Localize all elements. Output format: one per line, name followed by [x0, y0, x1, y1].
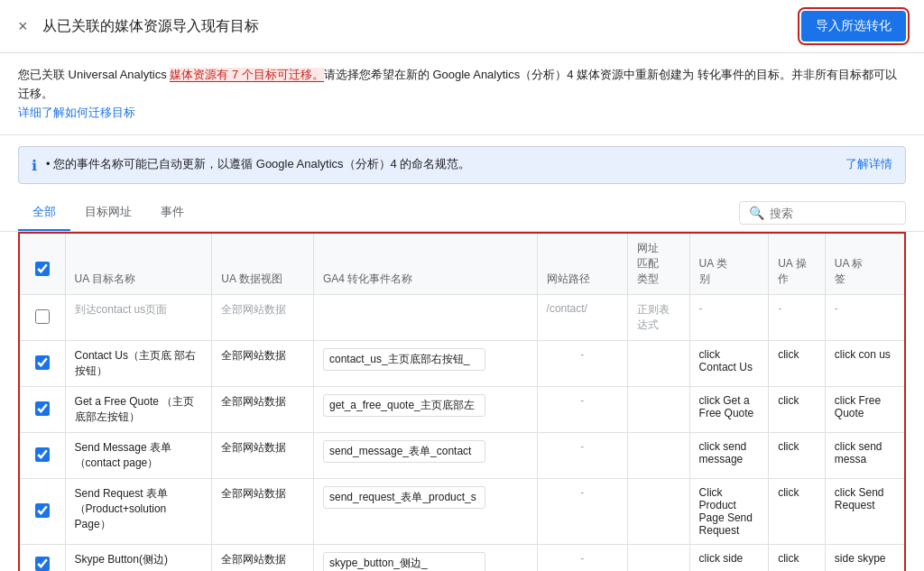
tab-destination[interactable]: 目标网址 — [70, 195, 146, 231]
row-ua-view: 全部网站数据 — [212, 545, 314, 571]
row-path: - — [537, 387, 627, 433]
notice-learn-link[interactable]: 了解详情 — [845, 156, 892, 172]
row-checkbox[interactable] — [35, 557, 50, 571]
row-path: - — [537, 341, 627, 387]
tabs-area: 全部 目标网址 事件 🔍 — [0, 195, 924, 232]
row-ua-view: 全部网站数据 — [212, 341, 314, 387]
row-ua-view: 全部网站数据 — [212, 387, 314, 433]
row-match-type — [627, 433, 689, 479]
notice-content: ℹ • 您的事件名称可能已自动更新，以遵循 Google Analytics（分… — [32, 156, 470, 174]
row-match-type — [627, 545, 689, 571]
row-checkbox-cell[interactable] — [20, 545, 65, 571]
row-path: - — [537, 433, 627, 479]
row-ua-action: click — [769, 387, 826, 433]
row-path: - — [537, 545, 627, 571]
row-ua-action: click — [769, 433, 826, 479]
goals-table: UA 目标名称 UA 数据视图 GA4 转化事件名称 网站路径 网址 匹配 类型… — [20, 234, 904, 571]
row-checkbox-cell[interactable] — [20, 341, 65, 387]
header-ua-category: UA 类 别 — [689, 234, 769, 295]
row-path: - — [537, 479, 627, 545]
row-checkbox-cell[interactable] — [20, 295, 65, 341]
row-match-type: 正则表 达式 — [627, 295, 689, 341]
row-ua-category: Click Product Page Send Request — [689, 479, 769, 545]
select-all-checkbox[interactable] — [35, 262, 50, 276]
header-ga4-name: GA4 转化事件名称 — [313, 234, 537, 295]
table-row: Skype Button(侧边) 全部网站数据 skype_button_侧边_… — [20, 545, 904, 571]
row-ga4-name: skype_button_侧边_ — [313, 545, 537, 571]
header-match-type: 网址 匹配 类型 — [627, 234, 689, 295]
row-ua-view: 全部网站数据 — [212, 479, 314, 545]
header-ua-label: UA 标 签 — [825, 234, 904, 295]
row-match-type — [627, 341, 689, 387]
row-ga4-name: send_message_表单_contact — [313, 433, 537, 479]
info-prefix: 您已关联 Universal Analytics — [18, 68, 170, 81]
row-ua-name: Get a Free Quote （主页底部左按钮） — [65, 387, 212, 433]
row-ua-name: Contact Us（主页底 部右按钮） — [65, 341, 212, 387]
row-path: /contact/ — [537, 295, 627, 341]
search-box: 🔍 — [739, 201, 906, 225]
row-checkbox-cell[interactable] — [20, 479, 65, 545]
ga4-field[interactable]: skype_button_侧边_ — [323, 552, 485, 571]
row-checkbox[interactable] — [35, 447, 50, 462]
ga4-field[interactable]: send_request_表单_product_s — [323, 486, 485, 509]
row-ua-label: click Send Request — [825, 479, 904, 545]
row-ua-name: Skype Button(侧边) — [65, 545, 212, 571]
row-ua-action: click — [769, 341, 826, 387]
table-row: Contact Us（主页底 部右按钮） 全部网站数据 contact_us_主… — [20, 341, 904, 387]
ga4-field[interactable]: send_message_表单_contact — [323, 440, 485, 463]
row-ga4-name: contact_us_主页底部右按钮_ — [313, 341, 537, 387]
row-checkbox-cell[interactable] — [20, 387, 65, 433]
search-icon: 🔍 — [749, 206, 764, 220]
row-checkbox-cell[interactable] — [20, 433, 65, 479]
row-ua-category: click Get a Free Quote — [689, 387, 769, 433]
row-ua-category: click side — [689, 545, 769, 571]
search-input[interactable] — [770, 207, 896, 220]
row-match-type — [627, 387, 689, 433]
row-ua-view: 全部网站数据 — [212, 433, 314, 479]
table-row: 到达contact us页面 全部网站数据 /contact/ 正则表 达式 -… — [20, 295, 904, 341]
row-ua-category: - — [689, 295, 769, 341]
ga4-field[interactable]: get_a_free_quote_主页底部左 — [323, 394, 485, 417]
notice-box: ℹ • 您的事件名称可能已自动更新，以遵循 Google Analytics（分… — [18, 146, 906, 184]
row-ua-action: click — [769, 545, 826, 571]
tab-all[interactable]: 全部 — [18, 195, 70, 231]
row-checkbox[interactable] — [35, 309, 50, 324]
header-checkbox-cell — [20, 234, 65, 295]
row-ua-label: click con us — [825, 341, 904, 387]
row-ua-action: click — [769, 479, 826, 545]
info-banner: 您已关联 Universal Analytics 媒体资源有 7 个目标可迁移。… — [0, 53, 924, 135]
row-checkbox[interactable] — [35, 503, 50, 518]
table-row: Send Message 表单 （contact page） 全部网站数据 se… — [20, 433, 904, 479]
row-ua-category: click send message — [689, 433, 769, 479]
row-ga4-name: send_request_表单_product_s — [313, 479, 537, 545]
row-ua-name: Send Request 表单 （Product+solution Page） — [65, 479, 212, 545]
header-ua-action: UA 操 作 — [769, 234, 826, 295]
info-icon: ℹ — [32, 157, 37, 174]
import-button[interactable]: 导入所选转化 — [801, 11, 906, 41]
table-container: UA 目标名称 UA 数据视图 GA4 转化事件名称 网站路径 网址 匹配 类型… — [18, 232, 906, 571]
row-ua-action: - — [769, 295, 826, 341]
row-ua-label: - — [825, 295, 904, 341]
info-highlight: 媒体资源有 7 个目标可迁移。 — [170, 68, 323, 82]
migration-link[interactable]: 详细了解如何迁移目标 — [18, 106, 135, 119]
header-ua-view: UA 数据视图 — [212, 234, 314, 295]
header-path: 网站路径 — [537, 234, 627, 295]
row-checkbox[interactable] — [35, 355, 50, 370]
tab-event[interactable]: 事件 — [146, 195, 199, 231]
table-row: Get a Free Quote （主页底部左按钮） 全部网站数据 get_a_… — [20, 387, 904, 433]
page-header: × 从已关联的媒体资源导入现有目标 导入所选转化 — [0, 0, 924, 53]
table-header-row: UA 目标名称 UA 数据视图 GA4 转化事件名称 网站路径 网址 匹配 类型… — [20, 234, 904, 295]
table-row: Send Request 表单 （Product+solution Page） … — [20, 479, 904, 545]
notice-text: • 您的事件名称可能已自动更新，以遵循 Google Analytics（分析）… — [46, 156, 470, 172]
row-ua-label: click Free Quote — [825, 387, 904, 433]
tabs: 全部 目标网址 事件 — [18, 195, 199, 231]
row-ga4-name — [313, 295, 537, 341]
row-checkbox[interactable] — [35, 401, 50, 416]
row-ua-category: click Contact Us — [689, 341, 769, 387]
row-ga4-name: get_a_free_quote_主页底部左 — [313, 387, 537, 433]
row-ua-name: 到达contact us页面 — [65, 295, 212, 341]
close-button[interactable]: × — [14, 14, 32, 38]
row-ua-view: 全部网站数据 — [212, 295, 314, 341]
ga4-field[interactable]: contact_us_主页底部右按钮_ — [323, 348, 485, 371]
row-match-type — [627, 479, 689, 545]
